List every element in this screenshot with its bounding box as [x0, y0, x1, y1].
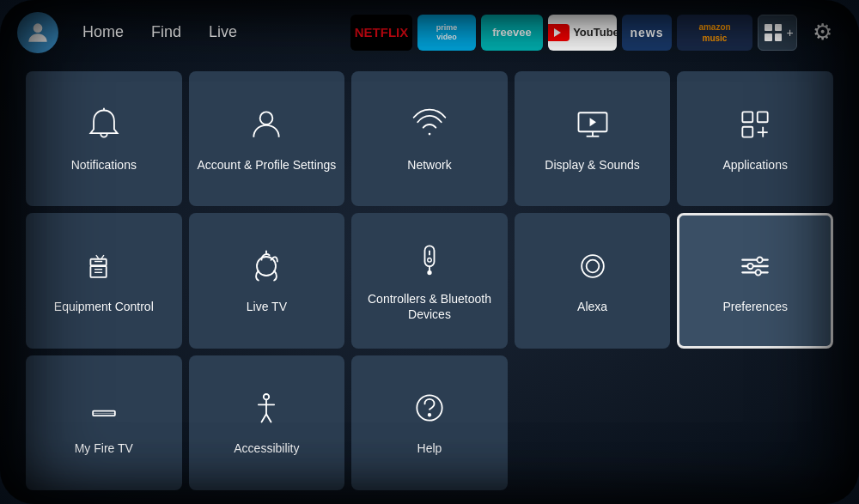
svg-rect-7 [758, 112, 768, 122]
svg-rect-12 [90, 259, 106, 265]
tile-notifications-label: Notifications [64, 157, 143, 173]
svg-point-22 [428, 258, 432, 262]
tile-account[interactable]: Account & Profile Settings [189, 71, 345, 206]
tile-accessibility-label: Accessibility [227, 440, 306, 456]
app-amazon-music[interactable]: amazonmusic [677, 15, 752, 51]
tile-controllers[interactable]: Controllers & Bluetooth Devices [351, 213, 508, 348]
equipment-icon [85, 247, 123, 288]
nav-find[interactable]: Find [141, 18, 192, 46]
tile-equipment-label: Equipment Control [47, 299, 161, 314]
svg-point-2 [260, 112, 273, 124]
nav-links: Home Find Live [72, 18, 247, 46]
tile-accessibility[interactable]: Accessibility [189, 355, 345, 490]
controllers-icon [411, 240, 448, 281]
tile-myfiretv-label: My Fire TV [68, 440, 140, 456]
svg-line-39 [266, 415, 271, 422]
tile-network-label: Network [400, 157, 458, 173]
gear-icon: ⚙ [813, 19, 832, 46]
tile-notifications[interactable]: Notifications [26, 71, 182, 206]
tile-applications[interactable]: Applications [677, 71, 833, 206]
svg-point-32 [756, 270, 761, 275]
tile-account-label: Account & Profile Settings [190, 157, 343, 173]
tile-help-label: Help [411, 440, 449, 456]
svg-point-26 [586, 260, 599, 273]
app-prime-video[interactable]: primevideo [417, 15, 476, 51]
tile-preferences-label: Preferences [716, 299, 794, 314]
tile-preferences[interactable]: Preferences [677, 213, 833, 348]
svg-rect-11 [90, 266, 106, 277]
top-apps-bar: NETFLIX primevideo freevee YouTube news … [350, 15, 842, 51]
accessibility-icon [247, 389, 285, 430]
svg-point-31 [747, 264, 752, 269]
alexa-icon [574, 247, 612, 288]
tile-help[interactable]: Help [351, 355, 508, 490]
account-icon [247, 106, 285, 147]
tile-alexa-label: Alexa [570, 299, 614, 314]
tile-applications-label: Applications [716, 157, 795, 173]
svg-point-25 [582, 255, 604, 277]
user-avatar[interactable] [17, 12, 58, 53]
notifications-icon [85, 106, 123, 147]
grid-icon [761, 21, 785, 45]
tile-myfiretv[interactable]: My Fire TV [26, 355, 182, 490]
tile-display[interactable]: Display & Sounds [515, 71, 671, 206]
tile-controllers-label: Controllers & Bluetooth Devices [351, 291, 508, 322]
myfiretv-icon [85, 389, 123, 430]
svg-point-24 [428, 270, 431, 274]
tile-livetv-label: Live TV [240, 299, 294, 314]
app-grid-button[interactable]: + [758, 15, 797, 51]
help-icon [411, 389, 448, 430]
applications-icon [736, 106, 774, 147]
settings-button[interactable]: ⚙ [802, 15, 842, 51]
tile-livetv[interactable]: Live TV [189, 213, 345, 348]
nav-home[interactable]: Home [72, 18, 134, 46]
svg-line-16 [96, 255, 99, 258]
app-netflix[interactable]: NETFLIX [350, 15, 412, 51]
app-news[interactable]: news [622, 15, 672, 51]
top-navigation: Home Find Live NETFLIX primevideo freeve… [0, 0, 859, 64]
svg-point-18 [257, 257, 276, 276]
tile-display-label: Display & Sounds [538, 157, 647, 173]
svg-line-38 [262, 415, 267, 422]
svg-rect-6 [743, 112, 753, 122]
svg-rect-8 [743, 126, 753, 137]
svg-point-0 [34, 23, 43, 33]
app-youtube[interactable]: YouTube [548, 15, 617, 51]
svg-point-35 [264, 394, 269, 399]
svg-rect-20 [424, 246, 434, 266]
tile-equipment[interactable]: Equipment Control [26, 213, 182, 348]
tile-network[interactable]: Network [351, 71, 508, 206]
svg-point-41 [429, 414, 431, 416]
network-icon [411, 106, 448, 147]
settings-grid: Notifications Account & Profile Settings… [0, 64, 859, 504]
svg-line-17 [101, 255, 104, 258]
livetv-icon [247, 247, 285, 288]
app-freevee[interactable]: freevee [481, 15, 543, 51]
svg-point-30 [757, 257, 762, 262]
preferences-icon [736, 247, 774, 288]
tile-alexa[interactable]: Alexa [515, 213, 671, 348]
youtube-icon [548, 24, 570, 41]
display-icon [574, 106, 612, 147]
nav-live[interactable]: Live [198, 18, 247, 46]
